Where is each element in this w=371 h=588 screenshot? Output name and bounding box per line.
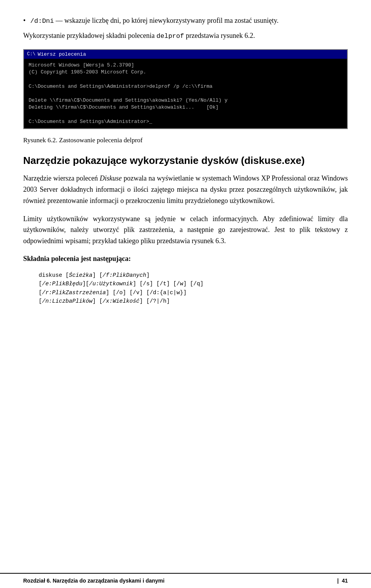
cmd-titlebar: C:\ Wiersz polecenia: [24, 50, 347, 59]
body-paragraph-2: Limity użytkowników wykorzystywane są je…: [23, 213, 348, 247]
footer-right: | 41: [334, 577, 348, 585]
code-d-dni: /d:Dni: [30, 17, 54, 25]
cmd-line1: Microsoft Windows [Wersja 5.2.3790]: [29, 62, 134, 68]
page-footer: Rozdział 6. Narzędzia do zarządzania dys…: [0, 573, 371, 588]
diskuse-italic: Diskuse: [100, 174, 122, 182]
bullet-item-days: • /d:Dni — wskazuje liczbę dni, po które…: [23, 15, 348, 26]
syntax-line3: [/r:PlikZastrzeżenia] [/o] [/v] [/d:{a|c…: [39, 290, 187, 296]
section-heading: Narzędzie pokazujące wykorzystanie dyskó…: [23, 154, 348, 167]
inline-code-delprof: delprof: [157, 32, 184, 40]
syntax-line2: [/e:PlikBłędu][/u:Użytkownik] [/s] [/t] …: [39, 281, 203, 287]
cmd-line2: (C) Copyright 1985-2003 Microsoft Corp.: [29, 69, 146, 75]
cmd-line4: C:\Documents and Settings\Administrator>…: [29, 84, 213, 89]
footer-chapter-label: Rozdział 6. Narzędzia do zarządzania dys…: [23, 577, 165, 585]
syntax-block: diskuse [Ścieżka] [/f:PlikDanych] [/e:Pl…: [39, 271, 332, 306]
body-paragraph-1: Narzędzie wiersza poleceń Diskuse pozwal…: [23, 173, 348, 206]
footer-divider: |: [337, 577, 339, 585]
cmd-body: Microsoft Windows [Wersja 5.2.3790] (C) …: [24, 59, 347, 128]
page-content: • /d:Dni — wskazuje liczbę dni, po które…: [23, 15, 348, 306]
intro-paragraph: Wykorzystanie przykładowej składni polec…: [23, 30, 348, 41]
cmd-icon: C:\: [27, 51, 36, 58]
bullet-text-days: /d:Dni — wskazuje liczbę dni, po której …: [30, 15, 278, 26]
syntax-subheading: Składnia polecenia jest następująca:: [23, 254, 348, 264]
bullet-dot: •: [23, 15, 26, 26]
figure-caption: Rysunek 6.2. Zastosowanie polecenia delp…: [23, 135, 348, 145]
cmd-window: C:\ Wiersz polecenia Microsoft Windows […: [23, 49, 348, 129]
cmd-line7: Deleting \\firma\C$\Documents and Settin…: [29, 104, 218, 110]
cmd-line9: C:\Documents and Settings\Administrator>…: [29, 119, 152, 124]
cmd-line6: Delete \\firma\C$\Documents and Settings…: [29, 97, 228, 103]
syntax-line1: diskuse [Ścieżka] [/f:PlikDanych]: [39, 272, 150, 278]
cmd-title-text: Wiersz polecenia: [38, 51, 86, 58]
syntax-line4: [/n:LiczbaPlików] [/x:Wielkość] [/?|/h]: [39, 298, 170, 304]
footer-page-number: 41: [342, 577, 348, 585]
